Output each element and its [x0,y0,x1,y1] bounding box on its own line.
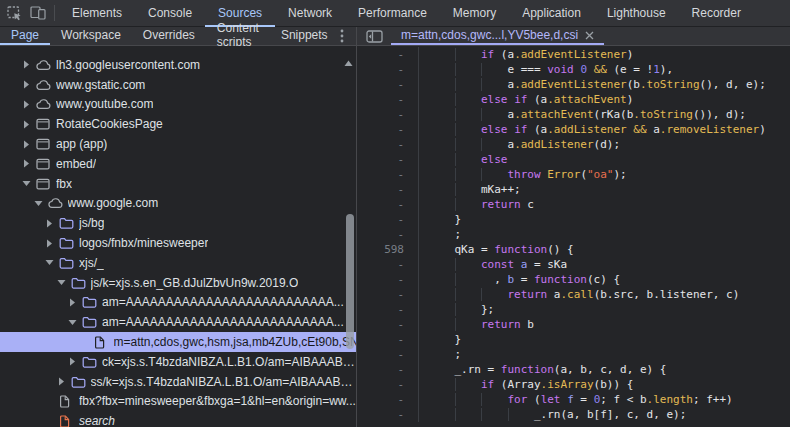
twisty-right-icon[interactable] [20,120,33,129]
tree-item[interactable]: logos/fnbx/minesweeper [0,233,356,253]
twisty-right-icon[interactable] [20,159,33,168]
tree-item[interactable]: js/bg [0,213,356,233]
tab-page[interactable]: Page [0,27,50,45]
frame-icon [36,118,52,130]
twisty-down-icon[interactable] [32,200,45,207]
line-number[interactable]: - [357,122,419,137]
tab-console[interactable]: Console [135,0,205,27]
tree-item-label: embed/ [56,157,96,171]
folder-icon [59,237,75,249]
tab-elements[interactable]: Elements [59,0,135,27]
tree-item[interactable]: embed/ [0,154,356,174]
line-number[interactable]: - [357,47,419,62]
tree-item[interactable]: js/k=xjs.s.en_GB.dJulZbvUn9w.2019.O [0,273,356,293]
line-number[interactable]: - [357,182,419,197]
line-number[interactable]: - [357,197,419,212]
file-tree: lh3.googleusercontent.comwww.gstatic.com… [0,46,356,427]
twisty-right-icon[interactable] [20,60,33,69]
tab-overrides[interactable]: Overrides [132,27,206,45]
line-number[interactable]: - [357,107,419,122]
line-number[interactable]: - [357,407,419,422]
inspect-icon[interactable] [7,6,22,21]
code-line: - a.addEventListener(b.toString(), d, e)… [357,77,790,92]
code-line: - _.rn = function(a, b, c, d, e) { [357,362,790,377]
line-number[interactable]: - [357,92,419,107]
line-number[interactable]: - [357,272,419,287]
toolbar-icons [0,0,50,26]
line-number[interactable]: - [357,302,419,317]
code-line-text: qKa = function() { [419,242,574,257]
tree-item[interactable]: xjs/_ [0,253,356,273]
cloud-icon [36,98,52,110]
navigator-toggle-icon[interactable] [357,27,391,45]
line-number[interactable]: - [357,137,419,152]
line-number[interactable]: - [357,332,419,347]
tab-performance[interactable]: Performance [345,0,440,27]
tree-item[interactable]: lh3.googleusercontent.com [0,55,356,75]
line-number[interactable]: - [357,347,419,362]
tab-application[interactable]: Application [509,0,594,27]
code-view[interactable]: - if (a.addEventListener)- e === void 0 … [357,46,790,427]
sub-toolbar: PageWorkspaceOverridesContent scriptsSni… [0,27,790,46]
folder-icon [71,376,87,388]
twisty-right-icon[interactable] [55,377,68,386]
code-line-text: for (let f = 0; f < b.length; f++) [419,392,733,407]
twisty-down-icon[interactable] [66,319,79,326]
scrollbar-up-icon[interactable] [344,53,353,71]
line-number[interactable]: - [357,167,419,182]
tree-item[interactable]: ck=xjs.s.T4bzdaNIBZA.L.B1.O/am=AIBAAABBA… [0,352,356,372]
tree-item[interactable] [0,46,356,55]
line-number[interactable]: - [357,227,419,242]
line-number[interactable]: - [357,287,419,302]
twisty-right-icon[interactable] [20,100,33,109]
twisty-right-icon[interactable] [20,80,33,89]
code-line: - else if (a.addListener && a.removeList… [357,122,790,137]
line-number[interactable]: - [357,377,419,392]
line-number[interactable]: - [357,77,419,92]
code-line-text: _.rn = function(a, b, c, d, e) { [419,362,666,377]
tree-item[interactable]: www.gstatic.com [0,75,356,95]
code-line: 598 qKa = function() { [357,242,790,257]
line-number[interactable]: 598 [357,242,419,257]
line-number[interactable]: - [357,212,419,227]
line-number[interactable]: - [357,62,419,77]
line-number[interactable]: - [357,257,419,272]
editor-tab-bar: m=attn,cdos,gwc...l,YV5bee,d,csi [357,27,790,45]
twisty-down-icon[interactable] [55,279,68,286]
twisty-right-icon[interactable] [43,239,56,248]
tree-item[interactable]: app (app) [0,134,356,154]
panel-body: lh3.googleusercontent.comwww.gstatic.com… [0,46,790,427]
tree-item-label: fbx?fbx=minesweeper&fbxga=1&hl=en&origin… [79,394,356,408]
tab-memory[interactable]: Memory [440,0,509,27]
twisty-right-icon[interactable] [43,219,56,228]
kebab-menu-icon[interactable] [328,27,356,45]
tab-lighthouse[interactable]: Lighthouse [594,0,679,27]
tree-item[interactable]: www.google.com [0,194,356,214]
tab-content-scripts[interactable]: Content scripts [206,27,270,45]
tree-item[interactable]: am=AAAAAAAAAAAAAAAAAAAAAAAAAA... [0,312,356,332]
twisty-down-icon[interactable] [43,259,56,266]
twisty-down-icon[interactable] [20,180,33,187]
tree-item[interactable]: RotateCookiesPage [0,114,356,134]
device-toolbar-icon[interactable] [30,6,46,20]
open-file-tab[interactable]: m=attn,cdos,gwc...l,YV5bee,d,csi [391,27,604,45]
line-number[interactable]: - [357,317,419,332]
line-number[interactable]: - [357,392,419,407]
tree-item[interactable]: search [0,411,356,427]
twisty-right-icon[interactable] [66,357,79,366]
tab-workspace[interactable]: Workspace [50,27,132,45]
tree-item[interactable]: m=attn,cdos,gwc,hsm,jsa,mb4ZUb,cEt90b,SN… [0,332,357,352]
line-number[interactable]: - [357,152,419,167]
tree-item[interactable]: ss/k=xjs.s.T4bzdaNIBZA.L.B1.O/am=AIBAAAB… [0,372,356,392]
tree-item[interactable]: fbx [0,174,356,194]
close-icon[interactable] [585,31,594,40]
line-number[interactable]: - [357,362,419,377]
tree-item[interactable]: am=AAAAAAAAAAAAAAAAAAAAAAAAAA... [0,293,356,313]
twisty-right-icon[interactable] [66,298,79,307]
twisty-right-icon[interactable] [20,140,33,149]
tree-item[interactable]: www.youtube.com [0,95,356,115]
tree-item[interactable]: fbx?fbx=minesweeper&fbxga=1&hl=en&origin… [0,392,356,412]
tab-network[interactable]: Network [275,0,345,27]
tab-recorder[interactable]: Recorder [679,0,754,27]
scrollbar-thumb[interactable] [346,214,354,349]
